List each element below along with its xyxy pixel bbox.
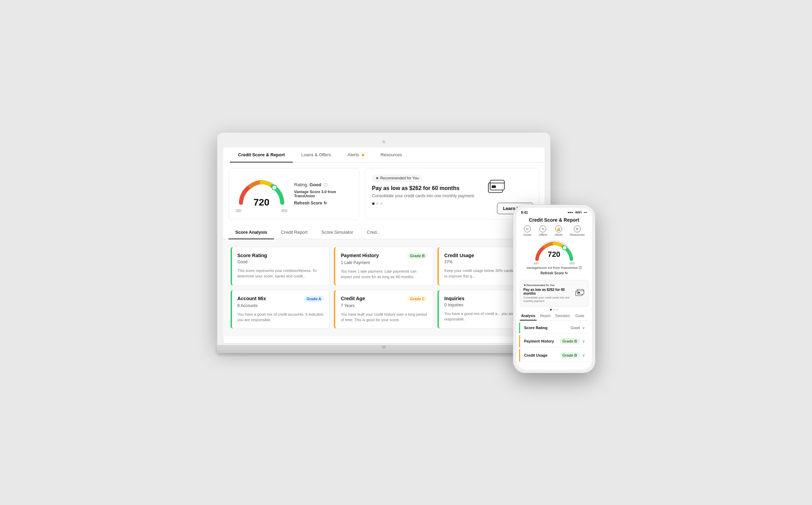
main-area: 720 300 850 Rating: Good ⓘ xyxy=(223,162,545,225)
phone-dots xyxy=(516,309,592,311)
analysis-card-credit-age: Credit Age Grade C 7 Years You have buil… xyxy=(334,290,433,329)
phone-refresh-button[interactable]: Refresh Score ↻ xyxy=(540,271,568,275)
phone-tab-analysis[interactable]: Analysis xyxy=(520,312,537,320)
laptop-base xyxy=(217,346,551,353)
score-number: 720 xyxy=(253,197,270,208)
tab-alerts[interactable]: Alerts xyxy=(339,147,372,162)
analysis-card-payment: Payment History Grade B 1 Late Payment Y… xyxy=(334,247,433,286)
card-title: Score Rating xyxy=(238,253,267,258)
laptop-screen: Credit Score & Report Loans & Offers Ale… xyxy=(223,147,545,344)
phone-list-item-score-rating[interactable]: Score Rating Good ∨ xyxy=(519,322,589,334)
dot-2 xyxy=(376,202,379,205)
phone-list-item-credit-usage[interactable]: Credit Usage Grade B ∨ xyxy=(519,349,589,362)
score-info: Rating: Good ⓘ Vantage Score 3.0 from Tr… xyxy=(294,182,352,206)
card-body: You have 1 late payment. Late payments c… xyxy=(341,269,428,280)
refresh-score-button[interactable]: Refresh Score ↻ xyxy=(294,201,352,206)
card-header: Account Mix Grade A xyxy=(238,296,324,302)
phone-tab-simulator[interactable]: Simulator xyxy=(554,312,571,320)
rating-line: Rating: Good ⓘ xyxy=(294,182,352,188)
card-header: Score Rating xyxy=(238,253,324,258)
phone-promo-text: ★ Recommended for You Pay as low as $262… xyxy=(524,284,572,303)
promo-icon xyxy=(487,179,508,196)
status-time: 9:41 xyxy=(521,211,528,214)
analysis-card-account-mix: Account Mix Grade A 8 Accounts You have … xyxy=(231,290,330,329)
list-item-title: Payment History xyxy=(524,339,554,343)
phone-score-labels: 300 850 xyxy=(534,262,575,265)
sub-tab-report[interactable]: Credit Report xyxy=(274,225,314,239)
card-subtitle: 1 Late Payment xyxy=(341,260,428,265)
score-nav-icon: ⊙ xyxy=(524,225,531,232)
card-title: Inquiries xyxy=(444,296,464,301)
recommended-badge: ★ Recommended for You xyxy=(372,175,422,182)
sub-tabs: Score Analysis Credit Report Score Simul… xyxy=(223,225,545,239)
phone-header: Credit Score & Report xyxy=(516,216,592,225)
card-header: Credit Age Grade C xyxy=(341,296,428,302)
svg-point-5 xyxy=(562,246,567,250)
phone-sub-tabs: Analysis Report Simulator Goals xyxy=(520,312,589,321)
phone-promo-icon xyxy=(575,288,585,298)
phone-tab-report[interactable]: Report xyxy=(537,312,554,320)
phone-promo-desc: Consolidate your credit cards into one m… xyxy=(524,296,572,303)
grade-badge: Grade A xyxy=(304,296,324,302)
card-body: This score represents your creditworthin… xyxy=(238,268,324,279)
phone-nav-score[interactable]: ⊙ Score xyxy=(523,225,531,236)
phone-screen: 9:41 ●●● WiFi ▪▪▪ Credit Score & Report … xyxy=(516,208,592,370)
offers-nav-icon: % xyxy=(539,225,546,232)
card-subtitle: 8 Accounts xyxy=(238,303,324,308)
list-item-title: Score Rating xyxy=(524,326,548,330)
card-subtitle: 7 Years xyxy=(341,303,428,308)
phone: 9:41 ●●● WiFi ▪▪▪ Credit Score & Report … xyxy=(513,204,595,373)
list-item-right: Grade B ∨ xyxy=(560,352,585,358)
alert-dot xyxy=(362,154,364,156)
svg-rect-2 xyxy=(490,180,504,190)
laptop-notch xyxy=(382,346,386,348)
card-header: Payment History Grade B xyxy=(341,253,428,259)
promo-description: Consolidate your credit cards into one m… xyxy=(372,193,532,198)
svg-rect-7 xyxy=(577,290,584,294)
phone-promo-badge: ★ Recommended for You xyxy=(524,284,572,287)
grade-badge: Grade B xyxy=(560,352,580,358)
alerts-nav-icon: 🔔 xyxy=(555,225,562,232)
phone-vantage: VantageScore 3.0 from TransUnion ⓘ xyxy=(526,266,582,270)
resources-nav-icon: ⊕ xyxy=(574,225,581,232)
vantage-line: Vantage Score 3.0 from TransUnion xyxy=(294,190,352,198)
phone-dot-2 xyxy=(553,309,555,311)
promo-card: ★ Recommended for You Pay as low as $262… xyxy=(365,168,539,220)
card-title: Credit Usage xyxy=(444,253,474,258)
card-body: You have built your credit history over … xyxy=(341,312,428,323)
score-card: 720 300 850 Rating: Good ⓘ xyxy=(229,168,359,220)
sub-tab-analysis[interactable]: Score Analysis xyxy=(229,225,274,239)
top-nav: Credit Score & Report Loans & Offers Ale… xyxy=(223,147,545,162)
phone-nav-offers[interactable]: % Offers xyxy=(539,225,547,236)
card-subtitle: Good xyxy=(238,260,324,264)
list-item-right: Good ∨ xyxy=(571,325,585,330)
card-body: You have a good mix of credit accounts. … xyxy=(238,312,324,323)
phone-dot-1 xyxy=(550,309,552,311)
phone-gauge-section: 720 300 850 VantageScore 3.0 from TransU… xyxy=(516,239,592,278)
sub-tab-credit[interactable]: Cred... xyxy=(360,225,387,239)
grade-badge: Grade B xyxy=(560,338,580,344)
dot-3 xyxy=(380,202,383,205)
scene: Credit Score & Report Loans & Offers Ale… xyxy=(217,132,595,373)
card-title: Credit Age xyxy=(341,296,365,301)
grade-badge: Grade C xyxy=(407,296,428,302)
phone-status-bar: 9:41 ●●● WiFi ▪▪▪ xyxy=(516,208,592,216)
phone-promo: ★ Recommended for You Pay as low as $262… xyxy=(520,280,589,307)
screen-content: Credit Score & Report Loans & Offers Ale… xyxy=(223,147,545,344)
svg-rect-4 xyxy=(492,185,496,188)
card-title: Payment History xyxy=(341,253,379,258)
tab-resources[interactable]: Resources xyxy=(372,147,410,162)
phone-list-item-payment[interactable]: Payment History Grade B ∨ xyxy=(519,335,589,348)
phone-nav-alerts[interactable]: 🔔 Alerts xyxy=(555,225,562,236)
dot-1 xyxy=(372,202,375,205)
sub-tab-simulator[interactable]: Score Simulator xyxy=(315,225,360,239)
phone-dot-3 xyxy=(556,309,558,311)
phone-tab-goals[interactable]: Goals xyxy=(571,312,589,320)
analysis-card-score-rating: Score Rating Good This score represents … xyxy=(231,247,330,286)
list-item-right: Grade B ∨ xyxy=(560,338,585,344)
laptop-body: Credit Score & Report Loans & Offers Ale… xyxy=(217,132,551,346)
phone-nav-resources[interactable]: ⊕ Resources xyxy=(570,225,585,236)
tab-credit-score[interactable]: Credit Score & Report xyxy=(230,147,293,162)
tab-loans[interactable]: Loans & Offers xyxy=(293,147,339,162)
list-item-title: Credit Usage xyxy=(524,353,548,357)
